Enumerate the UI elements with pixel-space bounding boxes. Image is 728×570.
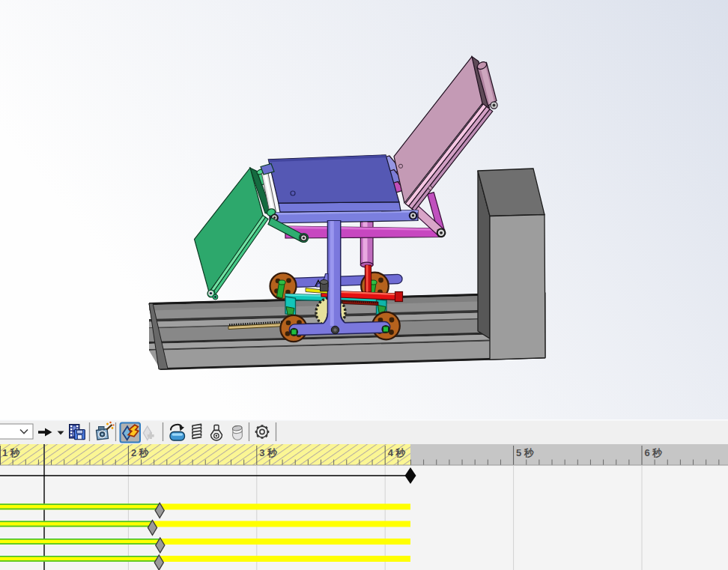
svg-text:1 秒: 1 秒 xyxy=(2,447,20,458)
svg-text:4 秒: 4 秒 xyxy=(388,447,406,458)
svg-text:5 秒: 5 秒 xyxy=(516,447,534,458)
svg-text:2 秒: 2 秒 xyxy=(131,447,149,458)
svg-text:3 秒: 3 秒 xyxy=(259,447,277,458)
svg-text:6 秒: 6 秒 xyxy=(645,447,663,458)
